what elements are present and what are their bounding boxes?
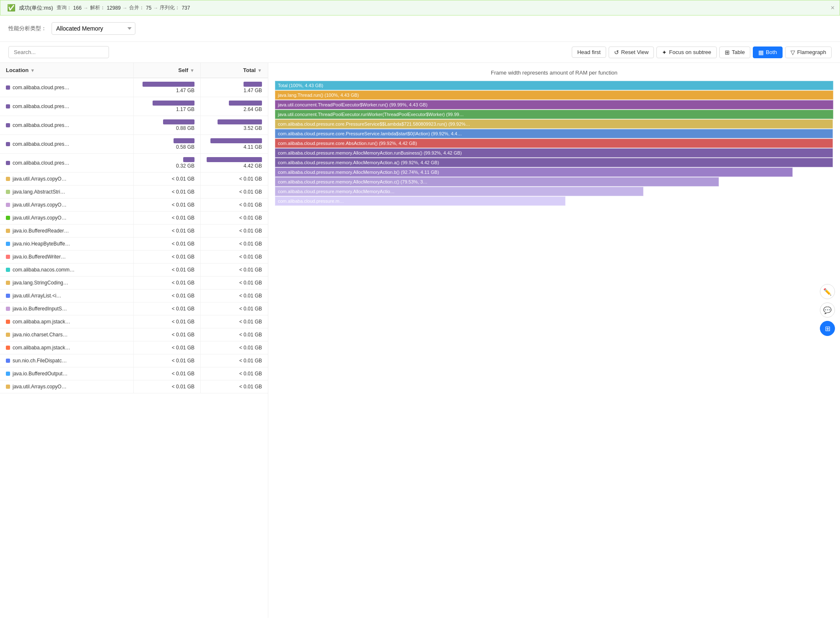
td-total: < 0.01 GB bbox=[201, 380, 268, 393]
color-dot bbox=[6, 372, 10, 376]
flamegraph-button[interactable]: ▽ Flamegraph bbox=[785, 46, 832, 58]
self-value: 1.17 GB bbox=[176, 106, 194, 112]
td-location: java.io.BufferedWriter… bbox=[0, 251, 134, 263]
total-value: < 0.01 GB bbox=[239, 371, 262, 377]
table-row[interactable]: com.alibaba.cloud.pres…0.88 GB3.52 GB bbox=[0, 116, 268, 135]
metric-merge-label: 合并： bbox=[129, 4, 144, 11]
flame-block[interactable]: com.alibaba.cloud.pressure.core.Pressure… bbox=[275, 129, 833, 138]
td-total: < 0.01 GB bbox=[201, 276, 268, 289]
flame-block[interactable]: Total (100%, 4.43 GB) bbox=[275, 81, 833, 90]
table-row[interactable]: java.lang.AbstractStri…< 0.01 GB< 0.01 G… bbox=[0, 186, 268, 199]
total-value: < 0.01 GB bbox=[239, 202, 262, 208]
success-icon: ✅ bbox=[7, 4, 16, 12]
table-header: Location ▼ Self ▼ Total ▼ bbox=[0, 63, 268, 78]
col-total-label: Total bbox=[243, 67, 256, 73]
table-row[interactable]: java.nio.charset.Chars…< 0.01 GB< 0.01 G… bbox=[0, 328, 268, 341]
table-row[interactable]: sun.nio.ch.FileDispatc…< 0.01 GB< 0.01 G… bbox=[0, 354, 268, 367]
color-dot bbox=[6, 281, 10, 285]
table-row[interactable]: java.util.ArrayList.<i…< 0.01 GB< 0.01 G… bbox=[0, 289, 268, 302]
td-total: < 0.01 GB bbox=[201, 328, 268, 341]
focus-subtree-button[interactable]: ✦ Focus on subtree bbox=[656, 46, 716, 58]
table-row[interactable]: com.alibaba.apm.jstack…< 0.01 GB< 0.01 G… bbox=[0, 341, 268, 354]
edit-icon-button[interactable]: ✏️ bbox=[820, 284, 835, 299]
flame-row: com.alibaba.cloud.pressure.core.AbsActio… bbox=[275, 139, 833, 148]
total-value: 4.11 GB bbox=[244, 144, 262, 150]
flame-row: Total (100%, 4.43 GB) bbox=[275, 81, 833, 90]
color-dot bbox=[6, 359, 10, 363]
head-first-button[interactable]: Head first bbox=[572, 46, 606, 58]
total-value: < 0.01 GB bbox=[239, 267, 262, 273]
table-label: Table bbox=[732, 49, 745, 55]
func-name: java.nio.charset.Chars… bbox=[13, 332, 127, 338]
color-dot bbox=[6, 142, 10, 146]
self-value: 1.47 GB bbox=[176, 88, 194, 93]
col-location[interactable]: Location ▼ bbox=[0, 63, 134, 78]
flame-block[interactable]: java.util.concurrent.ThreadPoolExecutor$… bbox=[275, 100, 833, 109]
td-location: java.nio.charset.Chars… bbox=[0, 328, 134, 341]
total-bar bbox=[207, 157, 262, 162]
self-bar bbox=[163, 119, 194, 124]
total-value: < 0.01 GB bbox=[239, 215, 262, 221]
total-value: < 0.01 GB bbox=[239, 384, 262, 390]
table-row[interactable]: java.io.BufferedInputS…< 0.01 GB< 0.01 G… bbox=[0, 302, 268, 315]
type-select[interactable]: Allocated Memory bbox=[52, 22, 135, 35]
total-value: < 0.01 GB bbox=[239, 280, 262, 286]
table-row[interactable]: java.lang.StringCoding…< 0.01 GB< 0.01 G… bbox=[0, 276, 268, 289]
search-input[interactable] bbox=[8, 46, 109, 58]
color-dot bbox=[6, 385, 10, 389]
func-name: java.util.Arrays.copyO… bbox=[13, 202, 127, 208]
flame-block[interactable]: com.alibaba.cloud.pressure.memory.AllocM… bbox=[275, 177, 719, 186]
grid-icon-button[interactable]: ⊞ bbox=[820, 321, 835, 336]
table-row[interactable]: com.alibaba.nacos.comm…< 0.01 GB< 0.01 G… bbox=[0, 264, 268, 276]
self-value: < 0.01 GB bbox=[172, 332, 194, 338]
flame-block[interactable]: com.alibaba.cloud.pressure.core.AbsActio… bbox=[275, 139, 833, 148]
self-value: < 0.01 GB bbox=[172, 241, 194, 247]
table-row[interactable]: java.util.Arrays.copyO…< 0.01 GB< 0.01 G… bbox=[0, 380, 268, 393]
td-location: java.util.Arrays.copyO… bbox=[0, 173, 134, 185]
self-bar bbox=[143, 82, 194, 87]
flame-block[interactable]: com.alibaba.cloud.pressure.core.Pressure… bbox=[275, 119, 833, 129]
td-location: com.alibaba.apm.jstack… bbox=[0, 341, 134, 354]
col-total[interactable]: Total ▼ bbox=[201, 63, 268, 78]
table-row[interactable]: java.io.BufferedReader…< 0.01 GB< 0.01 G… bbox=[0, 225, 268, 238]
table-row[interactable]: com.alibaba.cloud.pres…0.58 GB4.11 GB bbox=[0, 135, 268, 154]
color-dot bbox=[6, 229, 10, 233]
total-value: < 0.01 GB bbox=[239, 293, 262, 299]
td-total: 3.52 GB bbox=[201, 116, 268, 134]
self-value: 0.58 GB bbox=[176, 144, 194, 150]
table-button[interactable]: ⊞ Table bbox=[719, 46, 750, 58]
flame-block[interactable]: java.lang.Thread.run() (100%, 4.43 GB) bbox=[275, 90, 833, 100]
td-total: < 0.01 GB bbox=[201, 289, 268, 302]
close-button[interactable]: × bbox=[831, 4, 835, 12]
self-value: < 0.01 GB bbox=[172, 176, 194, 182]
flame-block[interactable]: com.alibaba.cloud.pressure.memory.AllocM… bbox=[275, 158, 833, 167]
self-value: < 0.01 GB bbox=[172, 267, 194, 273]
table-row[interactable]: java.io.BufferedWriter…< 0.01 GB< 0.01 G… bbox=[0, 251, 268, 264]
both-button[interactable]: ▦ Both bbox=[753, 46, 783, 58]
reset-view-button[interactable]: ↺ Reset View bbox=[609, 46, 654, 58]
table-row[interactable]: com.alibaba.cloud.pres…0.32 GB4.42 GB bbox=[0, 154, 268, 173]
td-total: < 0.01 GB bbox=[201, 199, 268, 211]
table-row[interactable]: java.util.Arrays.copyO…< 0.01 GB< 0.01 G… bbox=[0, 199, 268, 212]
func-name: com.alibaba.apm.jstack… bbox=[13, 345, 127, 351]
func-name: java.io.BufferedReader… bbox=[13, 228, 127, 234]
table-row[interactable]: java.nio.HeapByteBuffe…< 0.01 GB< 0.01 G… bbox=[0, 238, 268, 251]
flame-block[interactable]: com.alibaba.cloud.pressure.memory.AllocM… bbox=[275, 168, 793, 177]
table-row[interactable]: com.alibaba.cloud.pres…1.47 GB1.47 GB bbox=[0, 78, 268, 97]
table-row[interactable]: com.alibaba.cloud.pres…1.17 GB2.64 GB bbox=[0, 97, 268, 116]
flame-block[interactable]: java.util.concurrent.ThreadPoolExecutor.… bbox=[275, 110, 833, 119]
table-row[interactable]: java.util.Arrays.copyO…< 0.01 GB< 0.01 G… bbox=[0, 173, 268, 186]
chat-icon-button[interactable]: 💬 bbox=[820, 302, 835, 318]
table-row[interactable]: java.io.BufferedOutput…< 0.01 GB< 0.01 G… bbox=[0, 367, 268, 380]
flame-block[interactable]: com.alibaba.cloud.pressure.m… bbox=[275, 196, 565, 206]
col-self[interactable]: Self ▼ bbox=[134, 63, 201, 78]
flame-block[interactable]: com.alibaba.cloud.pressure.memory.AllocM… bbox=[275, 187, 643, 196]
table-row[interactable]: java.util.Arrays.copyO…< 0.01 GB< 0.01 G… bbox=[0, 212, 268, 225]
td-self: < 0.01 GB bbox=[134, 354, 201, 367]
table-row[interactable]: com.alibaba.apm.jstack…< 0.01 GB< 0.01 G… bbox=[0, 315, 268, 328]
both-icon: ▦ bbox=[758, 49, 764, 56]
flamegraph-container: Total (100%, 4.43 GB)java.lang.Thread.ru… bbox=[275, 81, 833, 206]
flame-block[interactable]: com.alibaba.cloud.pressure.memory.AllocM… bbox=[275, 148, 833, 158]
metric-query-val: 166 bbox=[73, 5, 82, 11]
td-self: < 0.01 GB bbox=[134, 225, 201, 237]
